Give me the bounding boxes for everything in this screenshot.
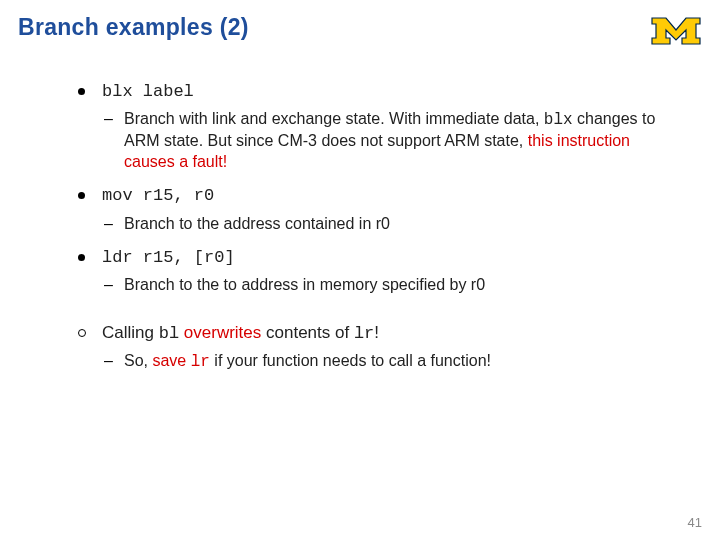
code-inline: blx [544, 111, 573, 129]
code-ldr: ldr r15, [r0] [102, 248, 235, 267]
bullet-calling: Calling bl overwrites contents of lr! So… [78, 322, 670, 373]
text: contents of [261, 323, 354, 342]
slide-title: Branch examples (2) [18, 14, 249, 41]
desc-blx: Branch with link and exchange state. Wit… [102, 109, 670, 172]
page-number: 41 [688, 515, 702, 530]
code-inline: bl [159, 324, 179, 343]
umich-logo [650, 14, 702, 48]
text: Calling [102, 323, 159, 342]
code-mov: mov r15, r0 [102, 186, 214, 205]
text: if your function needs to call a functio… [210, 352, 491, 369]
text: So, [124, 352, 152, 369]
emph: overwrites [179, 323, 261, 342]
code-inline: lr [354, 324, 374, 343]
emph: save [152, 352, 190, 369]
text: Branch with link and exchange state. Wit… [124, 110, 544, 127]
bullet-mov: mov r15, r0 Branch to the address contai… [78, 184, 670, 234]
slide-body: blx label Branch with link and exchange … [78, 80, 670, 385]
text: ! [374, 323, 379, 342]
desc-mov: Branch to the address contained in r0 [102, 214, 670, 235]
desc-calling: So, save lr if your function needs to ca… [102, 351, 670, 373]
code-blx: blx label [102, 82, 194, 101]
code-inline: lr [191, 353, 210, 371]
bullet-blx: blx label Branch with link and exchange … [78, 80, 670, 172]
desc-ldr: Branch to the to address in memory speci… [102, 275, 670, 296]
bullet-ldr: ldr r15, [r0] Branch to the to address i… [78, 246, 670, 296]
